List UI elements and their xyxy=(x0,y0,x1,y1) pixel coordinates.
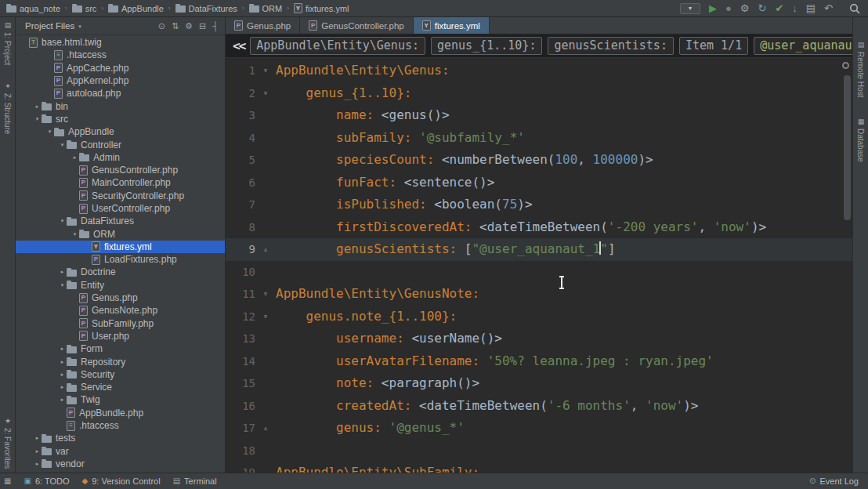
breadcrumb-item[interactable]: DataFixtures xyxy=(175,4,237,13)
search-everywhere-icon[interactable] xyxy=(841,3,860,14)
editor-scrollbar[interactable] xyxy=(844,75,851,220)
tree-toggle-icon[interactable]: ▸ xyxy=(58,359,67,365)
tree-toggle-icon[interactable]: ▾ xyxy=(33,116,42,122)
hide-panel-button[interactable]: ┤ xyxy=(212,21,219,31)
terminal-toolwindow-button[interactable]: ▤Terminal xyxy=(173,476,217,486)
collapse-breadcrumbs-button[interactable]: << xyxy=(233,38,244,53)
code-line-10[interactable]: 10 xyxy=(226,261,852,284)
tree-item-security[interactable]: ▸Security xyxy=(16,368,225,381)
tree-toggle-icon[interactable]: ▾ xyxy=(58,218,67,224)
tree-toggle-icon[interactable]: ▾ xyxy=(45,129,54,135)
context-breadcrumb-segment[interactable]: genusScientists: xyxy=(548,37,674,55)
breadcrumb-item[interactable]: src xyxy=(72,4,97,13)
tree-toggle-icon[interactable]: ▾ xyxy=(58,142,67,148)
tree-toggle-icon[interactable]: ▸ xyxy=(58,384,67,390)
tree-item--htaccess[interactable]: ≡.htaccess xyxy=(16,49,225,61)
tree-toggle-icon[interactable]: ▸ xyxy=(33,461,42,467)
tree-item-doctrine[interactable]: ▸Doctrine xyxy=(16,266,225,278)
tree-toggle-icon[interactable]: ▸ xyxy=(33,448,42,455)
run-button[interactable]: ▶ xyxy=(709,3,717,13)
tool-stripe-button[interactable]: ▤Remote Host xyxy=(856,41,865,97)
context-breadcrumb-segment[interactable]: Item 1/1 xyxy=(679,37,748,55)
tree-toggle-icon[interactable]: ▸ xyxy=(71,154,79,161)
vcs-update-icon[interactable]: ↓ xyxy=(792,3,797,13)
editor-tab-genus-php[interactable]: PGenus.php xyxy=(226,17,300,34)
code-line-12[interactable]: 12▿ genus.note_{1..100}: xyxy=(226,306,852,328)
tree-item-src[interactable]: ▾src xyxy=(16,113,225,125)
editor-tab-fixtures-yml[interactable]: Yfixtures.yml xyxy=(414,17,490,34)
tree-item--htaccess[interactable]: ≡.htaccess xyxy=(16,419,225,432)
tree-item-var[interactable]: ▸var xyxy=(16,445,225,458)
code-line-9[interactable]: 9▵ genusScientists: ["@user_aquanaut_1"] xyxy=(226,238,852,261)
code-line-3[interactable]: 3 name: <genus()> xyxy=(226,104,852,127)
tree-toggle-icon[interactable]: ▾ xyxy=(58,282,67,288)
code-line-13[interactable]: 13 username: <userName()> xyxy=(226,328,852,350)
fold-marker-icon[interactable]: ▿ xyxy=(255,306,276,328)
version-control-toolwindow-button[interactable]: ◆9: Version Control xyxy=(82,476,161,486)
tool-stripe-button[interactable]: ✦Z: Structure xyxy=(3,82,12,134)
code-line-4[interactable]: 4 subFamily: '@subfamily_*' xyxy=(226,127,852,150)
update-project-icon[interactable]: ↻ xyxy=(758,3,766,13)
fold-marker-icon[interactable]: ▿ xyxy=(255,60,276,82)
tree-toggle-icon[interactable]: ▸ xyxy=(33,435,42,441)
collapse-all-button[interactable]: ⊟ xyxy=(199,21,206,31)
tree-item-appkernel-php[interactable]: PAppKernel.php xyxy=(16,74,225,87)
code-line-16[interactable]: 16 createdAt: <dateTimeBetween('-6 month… xyxy=(226,395,852,418)
tree-item-datafixtures[interactable]: ▾DataFixtures xyxy=(16,215,225,227)
tree-item-autoload-php[interactable]: Pautoload.php xyxy=(16,87,225,100)
code-line-11[interactable]: 11▿AppBundle\Entity\GenusNote: xyxy=(226,283,852,306)
code-line-15[interactable]: 15 note: <paragraph()> xyxy=(226,372,852,395)
scroll-from-source-button[interactable]: ⊙ xyxy=(158,21,165,31)
tree-item-vendor[interactable]: ▸vendor xyxy=(16,458,225,470)
context-breadcrumb-segment[interactable]: genus_{1..10}: xyxy=(431,37,542,55)
expand-all-button[interactable]: ⇅ xyxy=(172,21,179,31)
code-line-18[interactable]: 18 xyxy=(226,440,852,462)
tree-item-bin[interactable]: ▸bin xyxy=(16,100,225,112)
inspection-status-icon[interactable] xyxy=(842,62,849,69)
stop-button[interactable]: ● xyxy=(725,3,732,13)
code-line-6[interactable]: 6 funFact: <sentence()> xyxy=(226,172,852,194)
fold-marker-icon[interactable]: ▿ xyxy=(255,82,276,105)
tree-toggle-icon[interactable]: ▸ xyxy=(58,397,67,403)
tree-item-usercontroller-php[interactable]: PUserController.php xyxy=(16,202,225,215)
tool-stripe-button[interactable]: ▦Database xyxy=(856,118,865,162)
breadcrumb-item[interactable]: aqua_note xyxy=(6,4,60,13)
settings-button[interactable]: ⚙ xyxy=(185,21,193,31)
code-line-19[interactable]: 19AppBundle\Entity\SubFamily: xyxy=(226,462,852,473)
tree-toggle-icon[interactable]: ▸ xyxy=(33,103,42,110)
tree-item-appbundle-php[interactable]: PAppBundle.php xyxy=(16,407,225,419)
tree-toggle-icon[interactable]: ▸ xyxy=(58,371,67,378)
project-view-selector[interactable]: Project Files xyxy=(25,21,74,31)
code-line-2[interactable]: 2▿ genus_{1..10}: xyxy=(226,82,852,105)
tree-toggle-icon[interactable]: ▸ xyxy=(58,269,67,275)
tree-item-appbundle[interactable]: ▾AppBundle xyxy=(16,125,225,138)
tree-item-securitycontroller-php[interactable]: PSecurityController.php xyxy=(16,190,225,202)
fold-marker-icon[interactable]: ▵ xyxy=(255,417,276,440)
toolwindow-switcher[interactable]: ▦ xyxy=(4,477,11,485)
tree-item-genus-php[interactable]: PGenus.php xyxy=(16,292,225,304)
notifications-icon[interactable]: ▤ xyxy=(806,3,816,13)
tree-item-base-html-twig[interactable]: Tbase.html.twig xyxy=(16,36,225,49)
tree-toggle-icon[interactable]: ▸ xyxy=(58,346,67,352)
tool-stripe-button[interactable]: ★2: Favorites xyxy=(3,417,12,469)
code-line-7[interactable]: 7 isPublished: <boolean(75)> xyxy=(226,194,852,216)
context-breadcrumb-segment[interactable]: AppBundle\Entity\Genus: xyxy=(250,37,425,55)
tree-item-loadfixtures-php[interactable]: PLoadFixtures.php xyxy=(16,253,225,266)
tree-item-genusnote-php[interactable]: PGenusNote.php xyxy=(16,304,225,317)
code-line-1[interactable]: 1▿AppBundle\Entity\Genus: xyxy=(226,60,852,82)
tree-item-service[interactable]: ▸Service xyxy=(16,381,225,393)
tree-item-form[interactable]: ▸Form xyxy=(16,342,225,355)
tool-stripe-button[interactable]: ▤1: Project xyxy=(3,21,12,65)
tree-item-controller[interactable]: ▾Controller xyxy=(16,138,225,150)
settings-icon[interactable]: ⚙ xyxy=(740,3,750,13)
context-breadcrumb-segment[interactable]: @user_aquanaut_1 xyxy=(754,37,852,55)
fold-marker-icon[interactable]: ▿ xyxy=(255,283,276,306)
tree-toggle-icon[interactable]: ▾ xyxy=(71,231,79,237)
todo-toolwindow-button[interactable]: ▣6: TODO xyxy=(24,476,69,486)
run-configurations-dropdown[interactable]: ▾ xyxy=(680,3,700,14)
breadcrumb-item[interactable]: ORM xyxy=(249,4,283,13)
tree-item-fixtures-yml[interactable]: Yfixtures.yml xyxy=(16,241,225,253)
tree-item-twig[interactable]: ▸Twig xyxy=(16,393,225,406)
breadcrumb-item[interactable]: Yfixtures.yml xyxy=(294,3,349,13)
vcs-commit-icon[interactable]: ✔ xyxy=(775,3,783,13)
